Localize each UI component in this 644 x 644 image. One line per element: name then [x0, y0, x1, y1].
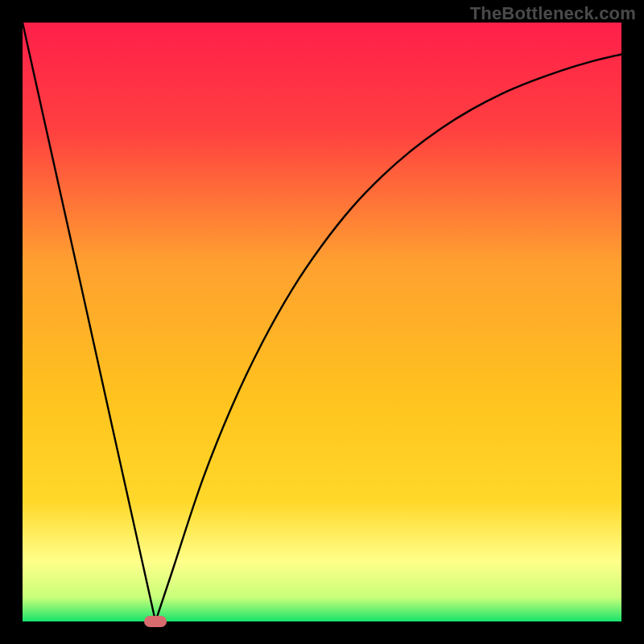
gradient-background [23, 23, 621, 621]
optimum-marker [144, 616, 167, 627]
watermark-text: TheBottleneck.com [470, 3, 636, 24]
plot-area [23, 23, 621, 621]
chart-frame: TheBottleneck.com [0, 0, 644, 644]
bottleneck-chart [23, 23, 621, 621]
